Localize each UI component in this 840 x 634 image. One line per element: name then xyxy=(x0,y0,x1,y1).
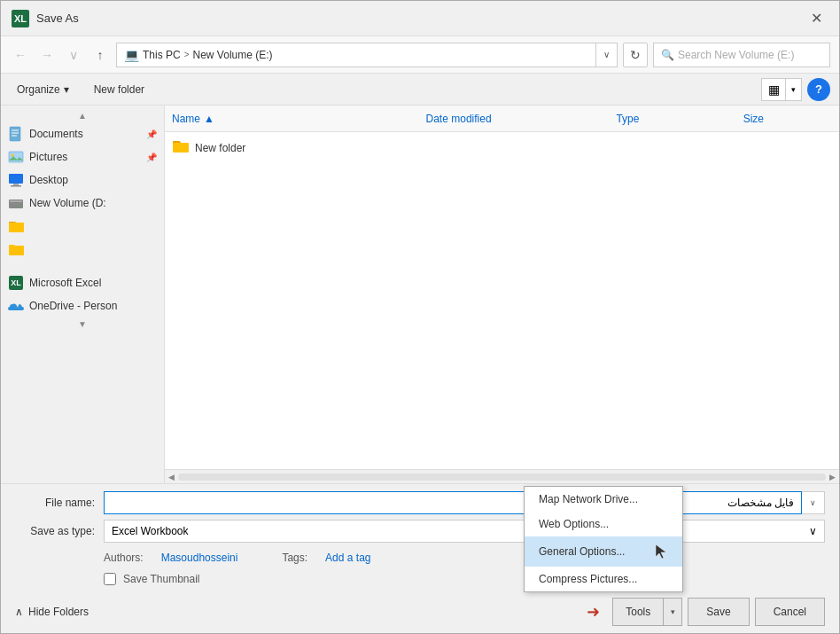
refresh-button[interactable]: ↻ xyxy=(623,43,648,67)
folder2-icon xyxy=(8,241,24,257)
toolbar-right: ▦ ▾ ? xyxy=(761,78,830,101)
title-bar: XL Save As ✕ xyxy=(1,1,839,36)
onedrive-icon xyxy=(8,298,24,314)
up-button[interactable]: ↑ xyxy=(89,44,111,66)
hscroll-track[interactable] xyxy=(178,474,826,481)
save-as-type-select[interactable]: Excel Workbook ∨ xyxy=(104,520,825,543)
toolbar: Organize ▾ New folder ▦ ▾ ? xyxy=(1,74,839,106)
authors-value[interactable]: Masoudhosseini xyxy=(161,552,238,564)
sidebar-item-newvolumed[interactable]: New Volume (D: xyxy=(1,192,164,215)
forward-button[interactable]: → xyxy=(36,44,58,66)
dropdown-history-button[interactable]: ∨ xyxy=(63,44,84,66)
column-name-label: Name xyxy=(172,113,200,125)
svg-rect-4 xyxy=(9,152,23,162)
organize-button[interactable]: Organize ▾ xyxy=(10,81,76,98)
file-name-label: File name: xyxy=(15,497,104,509)
column-size[interactable]: Size xyxy=(743,113,832,125)
search-icon: 🔍 xyxy=(661,49,674,61)
sidebar-item-excel[interactable]: XL Microsoft Excel xyxy=(1,271,164,294)
meta-row: Authors: Masoudhosseini Tags: Add a tag xyxy=(15,548,825,567)
folder1-icon xyxy=(8,218,24,234)
save-as-type-value: Excel Workbook xyxy=(112,525,188,537)
save-thumbnail-label: Save Thumbnail xyxy=(123,573,200,585)
hscroll-right-icon[interactable]: ▶ xyxy=(829,473,836,481)
tags-label: Tags: xyxy=(282,552,307,564)
action-row: ∧ Hide Folders ➜ Tools ▾ Save Cancel Map… xyxy=(15,598,825,626)
search-placeholder: Search New Volume (E:) xyxy=(678,49,794,61)
column-type[interactable]: Type xyxy=(616,113,743,125)
menu-item-compress-pictures[interactable]: Compress Pictures... xyxy=(525,567,682,591)
menu-item-general-options[interactable]: General Options... xyxy=(525,536,682,567)
menu-item-map-network[interactable]: Map Network Drive... xyxy=(525,487,682,512)
hscroll-left-icon[interactable]: ◀ xyxy=(168,473,175,481)
add-tag-button[interactable]: Add a tag xyxy=(325,552,370,564)
view-button[interactable]: ▦ xyxy=(761,78,786,101)
svg-point-11 xyxy=(19,205,21,207)
sidebar-spacer xyxy=(1,261,164,271)
new-folder-button[interactable]: New folder xyxy=(87,81,152,98)
column-date[interactable]: Date modified xyxy=(426,113,617,125)
save-button[interactable]: Save xyxy=(688,598,749,626)
file-list: Name ▲ Date modified Type Size New folde… xyxy=(165,106,839,483)
path-chevron-button[interactable]: ∨ xyxy=(596,43,618,67)
sidebar-scroll-up[interactable]: ▲ xyxy=(1,109,164,122)
tools-button-group: Tools ▾ xyxy=(612,598,682,626)
breadcrumb-thispc: This PC xyxy=(143,49,181,61)
horizontal-scrollbar[interactable]: ◀ ▶ xyxy=(165,469,839,483)
thumbnail-row: Save Thumbnail xyxy=(15,567,825,591)
sidebar-scroll-down[interactable]: ▼ xyxy=(1,317,164,331)
sidebar-item-folder1[interactable] xyxy=(1,215,164,238)
sidebar-pictures-label: Pictures xyxy=(29,151,67,163)
view-chevron-button[interactable]: ▾ xyxy=(786,78,802,101)
cancel-button[interactable]: Cancel xyxy=(755,598,825,626)
sidebar-item-pictures[interactable]: Pictures 📌 xyxy=(1,145,164,168)
hide-folders-button[interactable]: ∧ Hide Folders xyxy=(15,606,89,618)
save-thumbnail-checkbox[interactable] xyxy=(104,573,116,585)
folder-icon xyxy=(172,139,190,157)
dialog-title: Save As xyxy=(36,12,79,25)
address-bar: ← → ∨ ↑ 💻 This PC > New Volume (E:) ∨ ↻ … xyxy=(1,36,839,74)
close-button[interactable]: ✕ xyxy=(804,6,828,31)
svg-rect-8 xyxy=(11,185,21,187)
file-list-header: Name ▲ Date modified Type Size xyxy=(165,106,839,132)
action-buttons: ➜ Tools ▾ Save Cancel xyxy=(587,598,825,626)
organize-label: Organize xyxy=(17,83,60,96)
sidebar-onedrive-label: OneDrive - Person xyxy=(29,300,117,312)
search-box[interactable]: 🔍 Search New Volume (E:) xyxy=(653,43,830,67)
menu-item-web-options[interactable]: Web Options... xyxy=(525,512,682,536)
sort-arrow-icon: ▲ xyxy=(204,113,214,125)
save-as-type-label: Save as type: xyxy=(15,525,104,537)
tools-dropdown-menu: Map Network Drive... Web Options... Gene… xyxy=(524,486,683,592)
sidebar-item-desktop[interactable]: Desktop xyxy=(1,168,164,192)
sidebar-excel-label: Microsoft Excel xyxy=(29,277,101,289)
tools-button[interactable]: Tools xyxy=(612,598,663,626)
breadcrumb-volume: New Volume (E:) xyxy=(193,49,273,61)
sidebar-newvolumed-label: New Volume (D: xyxy=(29,197,106,209)
save-as-type-dropdown-icon: ∨ xyxy=(809,525,817,537)
hide-folders-label: Hide Folders xyxy=(28,606,89,618)
file-row[interactable]: New folder xyxy=(165,136,839,160)
sidebar-item-onedrive[interactable]: OneDrive - Person xyxy=(1,294,164,317)
back-button[interactable]: ← xyxy=(10,44,31,66)
file-name-dropdown-button[interactable]: ∨ xyxy=(802,491,825,514)
svg-rect-7 xyxy=(13,184,19,185)
sidebar-desktop-label: Desktop xyxy=(29,174,68,186)
drive-d-icon xyxy=(8,195,24,211)
svg-rect-10 xyxy=(10,200,22,202)
sidebar-item-documents[interactable]: Documents 📌 xyxy=(1,122,164,145)
help-button[interactable]: ? xyxy=(807,78,830,101)
sidebar: ▲ Documents 📌 Pictures 📌 Desktop xyxy=(1,106,165,483)
desktop-icon xyxy=(8,172,24,188)
document-icon xyxy=(8,126,24,142)
file-name-input[interactable]: فایل مشخصات xyxy=(104,491,802,514)
pictures-icon xyxy=(8,149,24,165)
save-as-type-row: Save as type: Excel Workbook ∨ xyxy=(15,520,825,543)
file-name: New folder xyxy=(195,142,434,154)
sidebar-item-folder2[interactable] xyxy=(1,238,164,261)
excel-sidebar-icon: XL xyxy=(8,275,24,291)
authors-label: Authors: xyxy=(104,552,144,564)
tools-chevron-button[interactable]: ▾ xyxy=(663,598,682,626)
pin-icon-documents: 📌 xyxy=(146,129,157,139)
address-path[interactable]: 💻 This PC > New Volume (E:) xyxy=(116,43,596,67)
column-name[interactable]: Name ▲ xyxy=(172,113,426,125)
